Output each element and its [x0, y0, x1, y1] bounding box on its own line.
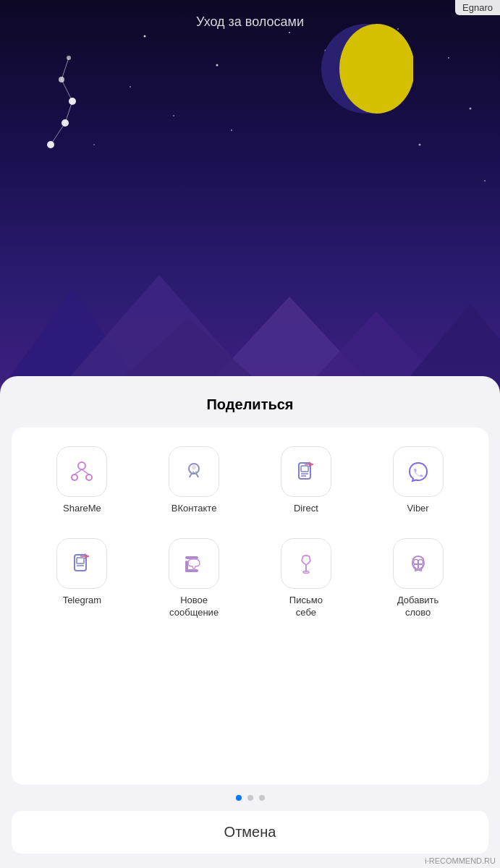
vk-icon — [181, 459, 207, 485]
share-item-letter[interactable]: Письмосебе — [266, 538, 346, 619]
new-message-icon-box — [169, 538, 219, 589]
share-item-new-message[interactable]: Новоесообщение — [154, 538, 234, 619]
svg-point-9 — [289, 32, 290, 33]
vk-icon-box — [169, 446, 219, 497]
telegram-label: Telegram — [63, 595, 101, 607]
svg-point-5 — [130, 86, 131, 88]
watermark: i·RECOMMEND.RU — [425, 856, 496, 865]
share-sheet: Поделиться ShareMe — [0, 376, 500, 868]
svg-point-35 — [86, 475, 92, 480]
svg-point-34 — [72, 475, 77, 480]
share-item-shareme[interactable]: ShareMe — [42, 446, 122, 515]
svg-point-0 — [144, 35, 146, 38]
direct-icon — [293, 459, 319, 485]
direct-label: Direct — [294, 503, 318, 515]
svg-point-20 — [62, 119, 69, 127]
dot-2 — [247, 795, 253, 801]
viber-icon-box — [393, 446, 444, 497]
shareme-icon — [69, 459, 95, 485]
svg-point-6 — [216, 64, 219, 67]
svg-line-37 — [82, 469, 89, 475]
share-title: Поделиться — [0, 376, 500, 427]
background-scene — [0, 0, 500, 391]
page-title: Уход за волосами — [0, 14, 500, 30]
add-word-icon — [405, 550, 431, 576]
moon-decoration — [319, 22, 413, 116]
svg-rect-42 — [301, 466, 308, 472]
dot-3 — [259, 795, 265, 801]
add-word-label: Добавитьслово — [397, 595, 438, 619]
svg-point-11 — [419, 144, 421, 146]
svg-rect-52 — [185, 569, 198, 572]
new-message-label: Новоесообщение — [169, 595, 219, 619]
viber-icon — [405, 459, 431, 485]
shareme-label: ShareMe — [63, 503, 101, 515]
letter-label: Письмосебе — [289, 595, 323, 619]
direct-icon-box — [281, 446, 331, 497]
svg-point-8 — [470, 108, 472, 110]
share-item-telegram[interactable]: Telegram — [42, 538, 122, 619]
pagination — [0, 785, 500, 811]
shareme-icon-box — [56, 446, 107, 497]
letter-icon — [293, 550, 319, 576]
svg-point-21 — [69, 98, 76, 105]
svg-rect-47 — [77, 558, 84, 563]
new-message-icon — [181, 550, 207, 576]
letter-icon-box — [281, 538, 331, 589]
svg-point-13 — [484, 180, 486, 182]
share-item-vk[interactable]: ВКонтакте — [154, 446, 234, 515]
svg-line-17 — [62, 80, 72, 101]
share-row-1: ShareMe ВКонтакте — [26, 435, 474, 527]
svg-point-10 — [173, 115, 174, 116]
constellation-decoration — [29, 43, 116, 159]
share-item-viber[interactable]: Viber — [378, 446, 458, 515]
svg-point-23 — [67, 56, 71, 60]
share-item-direct[interactable]: Direct — [266, 446, 346, 515]
cancel-button[interactable]: Отмена — [12, 811, 488, 854]
svg-line-36 — [75, 469, 82, 475]
svg-point-25 — [339, 24, 413, 114]
viber-label: Viber — [407, 503, 429, 515]
dot-1 — [236, 795, 242, 801]
svg-point-22 — [59, 77, 64, 82]
svg-line-18 — [62, 58, 69, 80]
add-word-icon-box — [393, 538, 444, 589]
telegram-icon-box — [56, 538, 107, 589]
share-item-add-word[interactable]: Добавитьслово — [378, 538, 458, 619]
share-apps: ShareMe ВКонтакте — [12, 427, 488, 785]
vk-label: ВКонтакте — [171, 503, 217, 515]
svg-point-33 — [78, 462, 85, 469]
svg-point-39 — [192, 465, 196, 469]
egnaro-badge: Egnaro — [455, 0, 500, 15]
share-row-2: Telegram Новоесообщение — [26, 527, 474, 631]
svg-point-14 — [231, 129, 232, 131]
svg-point-19 — [47, 141, 54, 148]
telegram-icon — [69, 550, 95, 576]
mountains-decoration — [0, 246, 500, 391]
svg-line-15 — [51, 123, 65, 145]
svg-point-4 — [448, 57, 449, 59]
